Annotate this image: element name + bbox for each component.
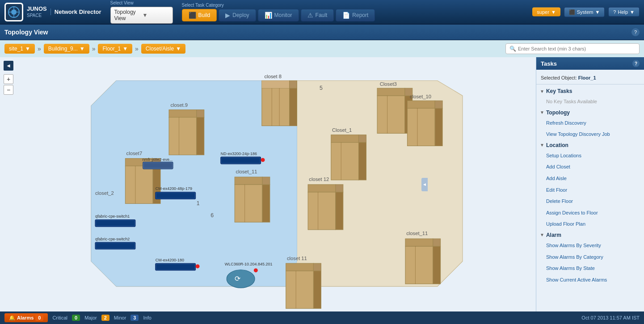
svg-point-92 <box>227 270 255 288</box>
report-label: Report <box>352 12 368 18</box>
edit-floor-item[interactable]: Edit Floor <box>536 185 644 196</box>
logo-area: JUNOS SPACE Network Director <box>4 3 101 21</box>
breadcrumb: site_1 ▼ » Building_9... ▼ » Floor_1 ▼ »… <box>0 40 644 57</box>
show-alarms-state-item[interactable]: Show Alarms By State <box>536 263 644 274</box>
selected-object-value: Floor_1 <box>578 75 596 80</box>
breadcrumb-floor-label: Floor_1 <box>102 46 121 52</box>
user-arrow-icon: ▼ <box>551 9 556 15</box>
svg-rect-65 <box>336 192 343 230</box>
system-icon: ⬛ <box>569 9 575 15</box>
add-aisle-item[interactable]: Add Aisle <box>536 173 644 185</box>
svg-text:closet 12: closet 12 <box>309 177 329 182</box>
panel-collapse-btn[interactable]: ◄ <box>421 178 428 191</box>
svg-rect-53 <box>156 193 194 198</box>
show-current-alarms-item[interactable]: Show Current Active Alarms <box>536 274 644 286</box>
topology-area: ◄ + − closet 8 <box>0 57 536 311</box>
system-btn[interactable]: ⬛ System ▼ <box>564 7 605 17</box>
svg-text:ND-ex3200-24p-186: ND-ex3200-24p-186 <box>221 151 257 156</box>
key-tasks-label: Key Tasks <box>546 88 572 94</box>
svg-rect-8 <box>262 80 290 88</box>
show-alarms-category-item[interactable]: Show Alarms By Category <box>536 252 644 263</box>
deploy-task-btn[interactable]: ▶ Deploy <box>219 9 256 21</box>
breadcrumb-site-arrow: ▼ <box>25 46 30 52</box>
svg-text:closet 11: closet 11 <box>287 256 307 261</box>
floor-canvas: closet 8 5 Closet3 closet_10 <box>18 71 536 311</box>
svg-text:closet_10: closet_10 <box>410 94 431 99</box>
search-box[interactable]: 🔍 <box>505 43 640 54</box>
key-tasks-section-header[interactable]: ▼ Key Tasks <box>536 86 644 96</box>
svg-text:6: 6 <box>210 212 214 219</box>
delete-floor-item[interactable]: Delete Floor <box>536 196 644 207</box>
subheader-help-icon[interactable]: ? <box>631 28 640 36</box>
svg-rect-87 <box>286 263 314 271</box>
fault-task-btn[interactable]: ⚠ Fault <box>301 9 334 21</box>
minor-label: Minor <box>114 315 126 320</box>
breadcrumb-sep-2: » <box>92 45 96 52</box>
monitor-task-btn[interactable]: 📊 Monitor <box>258 9 299 21</box>
alarm-bell-icon: 🔔 <box>9 315 15 321</box>
breadcrumb-floor-arrow: ▼ <box>122 46 128 52</box>
svg-rect-34 <box>331 135 359 143</box>
fault-icon: ⚠ <box>307 12 313 19</box>
nav-back-btn[interactable]: ◄ <box>4 61 13 71</box>
svg-text:closet_11: closet_11 <box>236 169 257 174</box>
view-title: Topology View <box>4 29 631 36</box>
svg-rect-86 <box>286 271 314 308</box>
super-user-btn[interactable]: super ▼ <box>532 8 560 17</box>
junos-logo-icon <box>4 3 23 21</box>
breadcrumb-closet-arrow: ▼ <box>176 46 181 52</box>
breadcrumb-closet[interactable]: Closet/Aisle ▼ <box>141 44 185 54</box>
alarms-count-badge: 0 <box>35 315 43 321</box>
deploy-label: Deploy <box>232 12 249 18</box>
svg-rect-39 <box>125 166 153 203</box>
upload-floor-plan-item[interactable]: Upload Floor Plan <box>536 219 644 230</box>
tasks-help-icon[interactable]: ? <box>632 60 640 67</box>
svg-rect-64 <box>308 185 336 192</box>
alarm-section-header[interactable]: ▼ Alarm <box>536 230 644 240</box>
add-closet-item[interactable]: Add Closet <box>536 161 644 173</box>
location-section-label: Location <box>546 142 568 148</box>
build-task-btn[interactable]: ⬛ Build <box>182 9 217 21</box>
svg-point-94 <box>254 268 258 272</box>
refresh-discovery-item[interactable]: Refresh Discovery <box>536 118 644 129</box>
svg-text:CM-ex4200-180: CM-ex4200-180 <box>156 258 184 262</box>
logo-line2: SPACE <box>27 13 47 18</box>
view-topology-job-item[interactable]: View Topology Discovery Job <box>536 129 644 140</box>
svg-rect-36 <box>359 135 366 143</box>
setup-locations-item[interactable]: Setup Locations <box>536 150 644 162</box>
svg-rect-9 <box>290 80 297 88</box>
svg-rect-21 <box>407 108 435 146</box>
svg-rect-58 <box>235 177 262 185</box>
zoom-in-btn[interactable]: + <box>4 74 13 84</box>
location-arrow-icon: ▼ <box>540 143 544 147</box>
breadcrumb-floor[interactable]: Floor_1 ▼ <box>98 44 132 54</box>
system-arrow-icon: ▼ <box>595 9 600 15</box>
zoom-out-btn[interactable]: − <box>4 85 13 95</box>
view-dropdown[interactable]: Topology View ▼ <box>110 7 173 24</box>
svg-point-84 <box>196 264 200 268</box>
alarms-btn[interactable]: 🔔 Alarms 0 <box>4 313 48 322</box>
location-section-header[interactable]: ▼ Location <box>536 140 644 150</box>
critical-count-badge: 0 <box>72 315 80 321</box>
svg-rect-29 <box>197 117 204 155</box>
report-task-btn[interactable]: 📄 Report <box>336 9 375 21</box>
app-name: Network Director <box>55 8 101 15</box>
build-icon: ⬛ <box>189 12 196 19</box>
breadcrumb-site[interactable]: site_1 ▼ <box>4 44 35 54</box>
main-content: ◄ + − closet 8 <box>0 57 644 311</box>
svg-rect-46 <box>144 163 172 168</box>
help-btn[interactable]: ? Help ▼ <box>608 7 640 17</box>
svg-rect-63 <box>308 192 336 230</box>
svg-text:Closet_1: Closet_1 <box>332 127 352 133</box>
show-alarms-severity-item[interactable]: Show Alarms By Severity <box>536 240 644 252</box>
select-view-label: Select View <box>110 0 173 5</box>
breadcrumb-building-label: Building_9... <box>48 46 78 52</box>
search-input[interactable] <box>518 46 636 51</box>
topology-section-header[interactable]: ▼ Topology <box>536 108 644 118</box>
assign-devices-item[interactable]: Assign Devices to Floor <box>536 207 644 219</box>
svg-text:closet7: closet7 <box>126 151 143 156</box>
help-label: Help <box>618 9 628 15</box>
breadcrumb-building[interactable]: Building_9... ▼ <box>44 44 89 54</box>
svg-rect-66 <box>336 185 343 192</box>
svg-rect-59 <box>262 185 270 222</box>
